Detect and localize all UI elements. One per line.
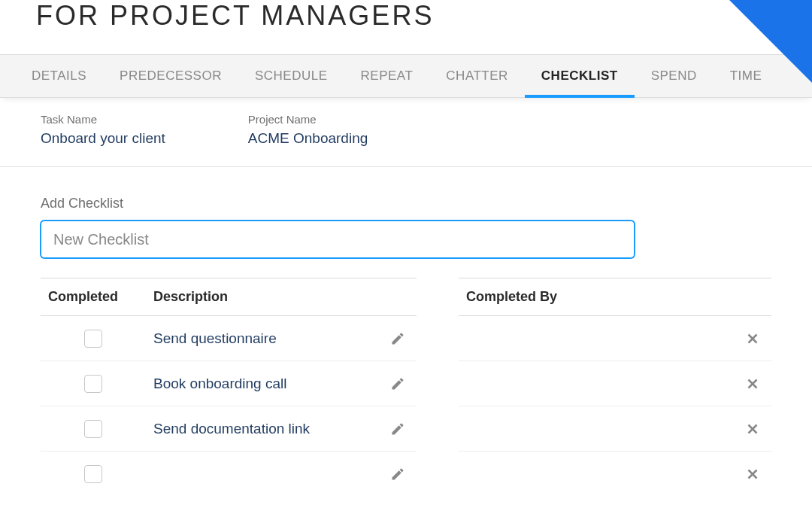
edit-button[interactable] [379, 331, 417, 346]
info-row: Task Name Onboard your client Project Na… [0, 98, 812, 167]
pencil-icon [390, 421, 405, 437]
column-completed: Completed [41, 289, 153, 305]
checklist-checkbox[interactable] [84, 465, 102, 483]
checklist-table-left: Completed Description Send questionnaire… [41, 278, 417, 497]
checklist-checkbox[interactable] [84, 420, 102, 438]
pencil-icon [390, 331, 405, 346]
column-completed-by: Completed By [459, 289, 734, 305]
add-checklist-label: Add Checklist [41, 196, 771, 211]
tab-time[interactable]: TIME [714, 55, 779, 97]
checklist-row: Send questionnaire [41, 316, 417, 361]
edit-button[interactable] [379, 376, 417, 391]
checklist-description[interactable]: Send documentation link [153, 421, 379, 437]
tab-checklist[interactable]: CHECKLIST [525, 55, 635, 97]
close-icon [744, 330, 761, 347]
tab-details[interactable]: DETAILS [15, 55, 103, 97]
tabs-bar: DETAILS PREDECESSOR SCHEDULE REPEAT CHAT… [0, 54, 812, 98]
close-icon [744, 421, 761, 437]
column-delete [734, 289, 771, 305]
checklist-description[interactable]: Send questionnaire [153, 330, 379, 347]
checklist-row-right [459, 316, 771, 361]
checklist-row-right [459, 452, 771, 497]
checklist-row: Send documentation link [41, 406, 417, 452]
tab-repeat[interactable]: REPEAT [344, 55, 430, 97]
delete-button[interactable] [734, 330, 771, 347]
checklist-description[interactable]: Book onboarding call [153, 376, 379, 392]
checklist-row [41, 452, 417, 497]
pencil-icon [390, 376, 405, 391]
checklist-table-right: Completed By [459, 278, 771, 497]
checklist-checkbox[interactable] [84, 375, 102, 393]
column-description: Description [153, 289, 379, 305]
close-icon [744, 376, 761, 392]
checklist-row-right [459, 361, 771, 406]
edit-button[interactable] [379, 421, 417, 437]
pencil-icon [390, 467, 405, 482]
edit-button[interactable] [379, 467, 417, 482]
checklist-row: Book onboarding call [41, 361, 417, 406]
close-icon [744, 466, 761, 482]
project-name-value: ACME Onboarding [248, 130, 368, 147]
task-name-field: Task Name Onboard your client [41, 113, 165, 147]
task-name-value: Onboard your client [41, 130, 165, 147]
tab-schedule[interactable]: SCHEDULE [238, 55, 344, 97]
tab-chatter[interactable]: CHATTER [429, 55, 525, 97]
delete-button[interactable] [734, 421, 771, 437]
project-name-label: Project Name [248, 113, 368, 126]
tab-predecessor[interactable]: PREDECESSOR [103, 55, 238, 97]
delete-button[interactable] [734, 376, 771, 392]
tab-spend[interactable]: SPEND [635, 55, 714, 97]
checklist-checkbox[interactable] [84, 330, 102, 348]
task-name-label: Task Name [41, 113, 165, 126]
add-checklist-input[interactable] [41, 221, 635, 258]
project-name-field: Project Name ACME Onboarding [248, 113, 368, 147]
column-edit [379, 289, 417, 305]
delete-button[interactable] [734, 466, 771, 482]
checklist-row-right [459, 406, 771, 452]
page-title: FOR PROJECT MANAGERS [36, 0, 776, 32]
